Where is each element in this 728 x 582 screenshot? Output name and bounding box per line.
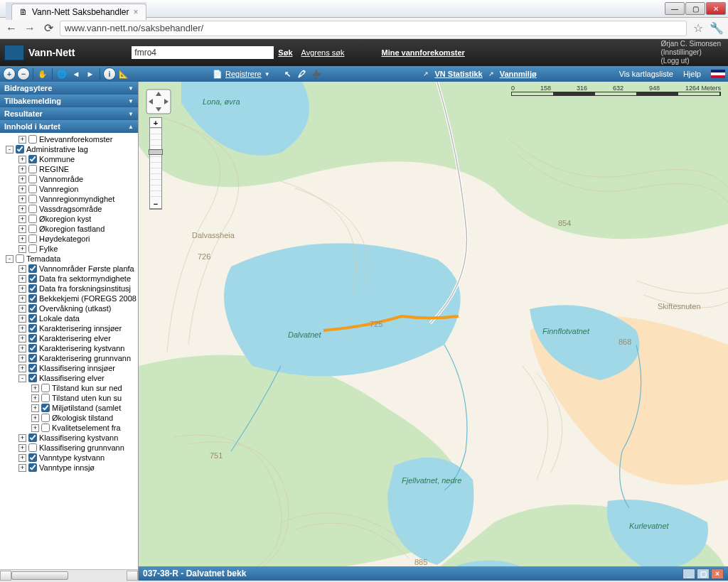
expand-icon[interactable]: + bbox=[18, 285, 26, 293]
tree-item[interactable]: +Lokale data bbox=[0, 313, 138, 323]
footer-max-button[interactable]: ▢ bbox=[697, 568, 710, 579]
expand-icon[interactable]: + bbox=[31, 394, 39, 402]
tree-item[interactable]: +Bekkekjemi (FOREGS 2008 bbox=[0, 293, 138, 303]
layer-tree[interactable]: +Elvevannforekomster-Administrative lag+… bbox=[0, 133, 138, 569]
layer-checkbox[interactable] bbox=[28, 374, 37, 382]
scroll-thumb[interactable] bbox=[11, 571, 68, 580]
expand-icon[interactable]: + bbox=[18, 335, 26, 343]
expand-icon[interactable]: + bbox=[18, 265, 26, 273]
layer-checkbox[interactable] bbox=[28, 205, 37, 213]
scroll-right-button[interactable] bbox=[127, 571, 138, 581]
expand-icon[interactable]: + bbox=[18, 454, 26, 462]
pointer-icon[interactable]: ↖ bbox=[282, 68, 294, 80]
vn-statistikk-link[interactable]: VN Statistikk bbox=[434, 70, 482, 78]
layer-checkbox[interactable] bbox=[28, 314, 37, 323]
layer-checkbox[interactable] bbox=[41, 394, 50, 402]
panel-bidragsytere[interactable]: Bidragsytere▼ bbox=[0, 82, 138, 95]
layer-checkbox[interactable] bbox=[28, 225, 37, 233]
layer-checkbox[interactable] bbox=[28, 155, 37, 163]
zoom-track[interactable] bbox=[150, 128, 161, 199]
layer-list-link[interactable]: Vis kartlagsliste bbox=[619, 70, 673, 78]
layer-checkbox[interactable] bbox=[28, 274, 37, 283]
help-link[interactable]: Hjelp bbox=[683, 70, 701, 78]
tree-item[interactable]: +Vannområde bbox=[0, 174, 138, 184]
expand-icon[interactable]: + bbox=[18, 295, 26, 303]
bookmark-icon[interactable]: ☆ bbox=[691, 21, 705, 36]
tree-item[interactable]: +Klassifisering grunnvann bbox=[0, 443, 138, 453]
layer-checkbox[interactable] bbox=[28, 235, 37, 243]
panel-innhold[interactable]: Innhold i kartet▲ bbox=[0, 120, 138, 133]
tree-item[interactable]: +REGINE bbox=[0, 164, 138, 174]
layer-checkbox[interactable] bbox=[28, 453, 37, 462]
expand-icon[interactable]: + bbox=[18, 185, 26, 193]
expand-icon[interactable]: + bbox=[18, 176, 26, 183]
tree-item[interactable]: +Data fra sektormyndighete bbox=[0, 274, 138, 284]
layer-checkbox[interactable] bbox=[28, 354, 37, 362]
layer-checkbox[interactable] bbox=[28, 165, 37, 173]
layer-checkbox[interactable] bbox=[28, 334, 37, 343]
expand-icon[interactable]: + bbox=[18, 464, 26, 472]
panel-tilbakemelding[interactable]: Tilbakemelding▼ bbox=[0, 95, 138, 107]
nav-back-icon[interactable]: ◄ bbox=[70, 68, 82, 80]
layer-checkbox[interactable] bbox=[28, 284, 37, 293]
zoom-thumb[interactable] bbox=[149, 149, 163, 155]
back-button[interactable]: ← bbox=[4, 21, 18, 36]
user-settings-link[interactable]: (Innstillinger) bbox=[661, 48, 721, 57]
pan-icon[interactable]: ✋ bbox=[36, 68, 49, 80]
expand-icon[interactable]: + bbox=[18, 315, 26, 323]
layer-checkbox[interactable] bbox=[28, 324, 37, 333]
expand-icon[interactable]: + bbox=[18, 305, 26, 313]
expand-icon[interactable]: + bbox=[18, 345, 26, 352]
layer-checkbox[interactable] bbox=[41, 424, 50, 432]
tree-item[interactable]: +Kvalitetselement fra bbox=[0, 423, 138, 433]
zoom-out-button[interactable]: − bbox=[150, 199, 161, 209]
expand-icon[interactable]: + bbox=[18, 434, 26, 442]
layer-checkbox[interactable] bbox=[28, 294, 37, 303]
layer-checkbox[interactable] bbox=[28, 463, 37, 472]
search-input[interactable] bbox=[132, 46, 274, 59]
tree-item[interactable]: +Miljøtilstand (samlet bbox=[0, 403, 138, 413]
zoom-out-icon[interactable]: − bbox=[17, 68, 30, 80]
user-logout-link[interactable]: (Logg ut) bbox=[661, 57, 721, 65]
info-icon[interactable]: i bbox=[103, 68, 116, 80]
expand-icon[interactable]: + bbox=[31, 384, 39, 392]
expand-icon[interactable]: + bbox=[18, 205, 26, 213]
add-marker-icon[interactable]: ➕ bbox=[310, 68, 323, 80]
footer-close-button[interactable]: × bbox=[711, 568, 724, 579]
tree-item[interactable]: +Vassdragsområde bbox=[0, 204, 138, 214]
expand-icon[interactable]: - bbox=[6, 146, 14, 153]
tree-item[interactable]: +Fylke bbox=[0, 244, 138, 254]
scroll-left-button[interactable] bbox=[0, 571, 11, 581]
expand-icon[interactable]: + bbox=[18, 215, 26, 223]
tree-item[interactable]: -Klassifisering elver bbox=[0, 373, 138, 383]
expand-icon[interactable]: + bbox=[18, 355, 26, 362]
browser-tab[interactable]: 🗎 Vann-Nett Saksbehandler × bbox=[11, 4, 146, 20]
expand-icon[interactable]: + bbox=[18, 444, 26, 452]
layer-checkbox[interactable] bbox=[28, 244, 37, 253]
layer-checkbox[interactable] bbox=[28, 443, 37, 452]
tree-item[interactable]: +Karakterisering innsjøer bbox=[0, 323, 138, 333]
zoom-in-icon[interactable]: + bbox=[3, 68, 16, 80]
measure-icon[interactable]: 📐 bbox=[117, 68, 130, 80]
expand-icon[interactable]: - bbox=[18, 374, 26, 382]
expand-icon[interactable]: + bbox=[18, 166, 26, 173]
expand-icon[interactable]: - bbox=[6, 255, 14, 263]
map-viewport[interactable]: + − 01583166329481264 Meters Lona, øvraD… bbox=[139, 82, 728, 581]
search-button[interactable]: Søk bbox=[278, 48, 292, 57]
tree-item[interactable]: +Høydekategori bbox=[0, 234, 138, 244]
tree-item[interactable]: +Klassifisering kystvann bbox=[0, 433, 138, 443]
tree-item[interactable]: +Data fra forskningsinstitusj bbox=[0, 284, 138, 293]
tree-item[interactable]: +Vannområder Første planfa bbox=[0, 264, 138, 274]
zoom-in-button[interactable]: + bbox=[150, 118, 161, 128]
highlighter-icon[interactable]: 🖍 bbox=[296, 68, 309, 80]
layer-checkbox[interactable] bbox=[28, 175, 37, 183]
advanced-search-link[interactable]: Avgrens søk bbox=[301, 48, 345, 57]
expand-icon[interactable]: + bbox=[18, 156, 26, 163]
layer-checkbox[interactable] bbox=[28, 185, 37, 193]
tree-item[interactable]: +Tilstand kun sur ned bbox=[0, 383, 138, 393]
layer-checkbox[interactable] bbox=[41, 414, 50, 422]
layer-checkbox[interactable] bbox=[28, 264, 37, 273]
url-input[interactable] bbox=[60, 21, 687, 36]
tree-item[interactable]: +Karakterisering grunnvann bbox=[0, 353, 138, 363]
footer-min-button[interactable]: _ bbox=[682, 568, 695, 579]
